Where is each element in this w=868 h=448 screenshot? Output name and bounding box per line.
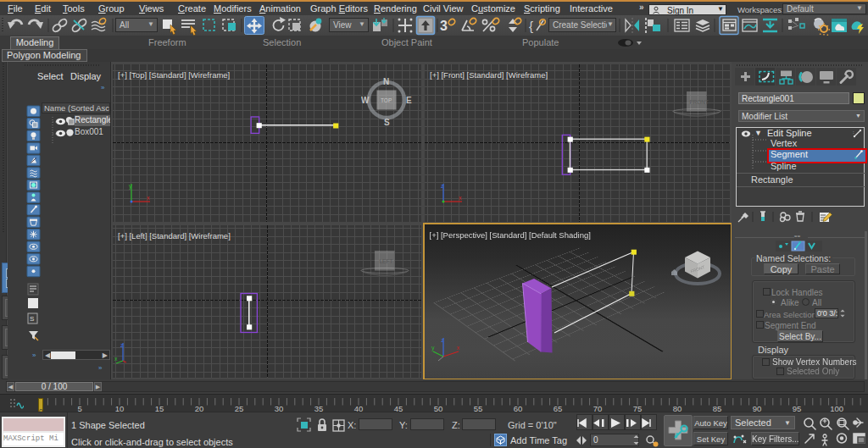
svg-text:N: N [383,77,389,86]
svg-text:y: y [129,183,132,190]
svg-text:z: z [441,183,444,189]
svg-text:x: x [457,345,460,351]
svg-text:z: z [441,337,444,343]
svg-text:E: E [406,96,412,105]
svg-text:S: S [384,118,390,127]
svg-text:x: x [114,356,118,362]
svg-text:LEFT: LEFT [380,258,393,264]
svg-text:S: S [30,315,34,323]
svg-text:z: z [120,342,124,348]
svg-text:x: x [147,195,150,201]
svg-text:x: x [459,195,462,201]
svg-text::: : [853,130,854,135]
svg-text:W: W [361,96,370,105]
svg-text:FRONT: FRONT [690,99,709,105]
svg-text:3: 3 [440,19,448,33]
svg-text:TOP: TOP [381,97,392,103]
svg-text:{: { [529,19,533,33]
svg-text:y: y [431,345,435,351]
